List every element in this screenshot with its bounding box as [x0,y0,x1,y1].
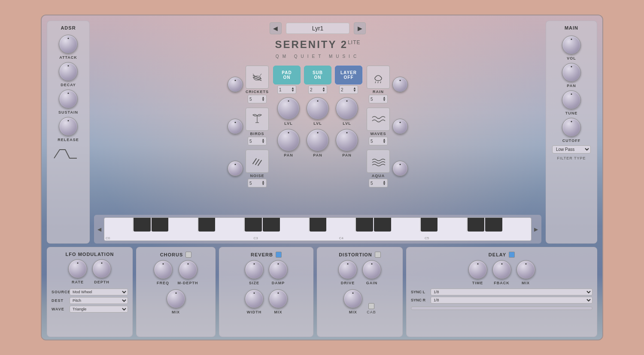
sustain-label: SUSTAIN [58,110,78,114]
filter-type-select[interactable]: Low Pass High Pass Band Pass [552,145,591,153]
chorus-mdepth-knob[interactable] [179,260,197,279]
chorus-led[interactable] [185,252,191,258]
noise-stepper[interactable]: 5 ▲▼ [248,179,267,187]
reverb-damp-group: DAMP [269,260,288,285]
sub-group: SUB ON 2 ▲▼ [304,66,331,94]
c5-label: C5 [425,236,429,240]
rain-row: RAIN 5 ▲▼ [367,66,408,103]
distortion-mix-knob[interactable] [343,289,362,308]
chorus-freq-knob[interactable] [154,260,173,279]
reverb-width-knob[interactable] [245,289,264,308]
rain-knob[interactable] [392,77,408,92]
delay-sync-controls: SYNC L 1/8 1/4 1/16 3/16 1/2 SYNC R 1/8 [411,289,592,310]
pan-label: PAN [567,84,576,88]
cutoff-knob[interactable] [562,118,581,137]
distortion-drive-knob[interactable] [338,260,357,279]
aqua-stepper[interactable]: 5 ▲▼ [369,179,388,187]
knob-indicator [67,120,69,121]
tune-group: TUNE [562,90,581,115]
rain-label: RAIN [373,90,384,94]
release-label: RELEASE [58,138,79,142]
sync-l-select[interactable]: 1/8 1/4 1/16 3/16 1/2 [431,289,592,295]
attack-knob[interactable] [59,35,78,54]
sub-button[interactable]: SUB ON [304,66,331,84]
release-knob[interactable] [59,117,78,136]
layer-lvl-knob[interactable] [336,97,358,120]
delay-led[interactable] [509,252,515,258]
pan-knob[interactable] [562,63,581,82]
waves-stepper[interactable]: 5 ▲▼ [369,137,388,145]
lfo-rate-group: RATE [68,259,87,284]
birds-stepper[interactable]: 5 ▲▼ [248,137,267,145]
sub-pan-knob[interactable] [307,129,329,151]
crickets-label: CRICKETS [246,90,269,94]
delay-fback-label: FBACK [494,281,510,285]
reverb-led[interactable] [276,252,282,258]
layer-stepper[interactable]: 2 ▲▼ [339,85,358,94]
waves-knob[interactable] [392,119,408,134]
lfo-depth-knob[interactable] [92,259,111,278]
delay-mix-knob[interactable] [516,260,535,279]
delay-mix-group: MIX [516,260,535,285]
sustain-knob[interactable] [59,90,78,108]
pad-stepper[interactable]: 1 ▲▼ [277,85,296,94]
delay-time-knob[interactable] [468,260,487,279]
piano-keys[interactable] [104,217,532,241]
knob-indicator [68,38,69,39]
svg-line-4 [260,74,261,76]
next-preset-button[interactable]: ▶ [354,22,366,34]
delay-mix-label: MIX [522,281,530,285]
chorus-mix-knob[interactable] [167,289,185,308]
birds-label: BIRDS [250,132,264,136]
noise-knob[interactable] [228,161,243,176]
reverb-mix-label: MIX [274,310,282,314]
reverb-knobs-top: SIZE DAMP [245,260,288,285]
layer-lvl-group: LVL [336,97,358,126]
lfo-dest-select[interactable]: Pitch Filter Volume [70,297,128,304]
cab-led[interactable] [368,303,374,309]
layer-pan-knob[interactable] [336,129,358,151]
source-label: SOURCE [52,290,68,294]
pad-group: PAD ON 1 ▲▼ [273,66,301,94]
crickets-knob[interactable] [228,77,243,92]
layer-lvl-label: LVL [343,121,351,126]
piano-black-keys [104,218,531,232]
piano-left-nav[interactable]: ◀ [97,226,101,232]
crickets-group [228,77,243,92]
lfo-source-select[interactable]: Mod Wheel Velocity Aftertouch [70,289,128,295]
reverb-mix-knob[interactable] [269,289,288,308]
sub-lvl-knob[interactable] [307,97,329,120]
pad-lvl-knob[interactable] [277,97,300,120]
pad-lvl-group: LVL [277,97,300,126]
lfo-rate-knob[interactable] [68,259,87,278]
svg-line-12 [380,81,381,83]
reverb-size-knob[interactable] [245,260,264,279]
layer-button[interactable]: LAYER OFF [335,66,362,84]
bottom-row: LFO MODULATION RATE DEPTH [47,247,597,337]
sub-stepper[interactable]: 2 ▲▼ [308,85,327,94]
distortion-gain-knob[interactable] [362,260,381,279]
rain-stepper[interactable]: 5 ▲▼ [369,95,388,103]
reverb-damp-knob[interactable] [269,260,288,279]
pad-button[interactable]: PAD ON [273,66,301,84]
sync-r-select[interactable]: 1/8 1/4 1/16 3/16 1/2 [431,297,592,304]
decay-knob[interactable] [59,62,78,81]
release-group: RELEASE [58,117,79,142]
sub-pan-group: PAN [307,129,329,157]
tune-knob[interactable] [562,90,581,109]
distortion-led[interactable] [375,252,381,258]
pad-pan-knob[interactable] [277,129,300,151]
prev-preset-button[interactable]: ◀ [270,22,282,34]
chorus-mix-group: MIX [167,289,185,314]
crickets-stepper[interactable]: 5 ▲▼ [248,95,267,103]
birds-knob[interactable] [228,119,243,134]
delay-slider[interactable] [411,307,592,310]
aqua-knob[interactable] [392,161,408,176]
lfo-wave-select[interactable]: Triangle Sine Square Sawtooth [70,306,128,313]
delay-fback-knob[interactable] [492,260,511,279]
reverb-damp-label: DAMP [272,281,285,285]
vol-knob[interactable] [562,36,581,54]
piano-right-nav[interactable]: ▶ [534,226,538,232]
cutoff-group: CUTOFF [562,118,581,143]
cab-group: CAB [367,303,376,314]
